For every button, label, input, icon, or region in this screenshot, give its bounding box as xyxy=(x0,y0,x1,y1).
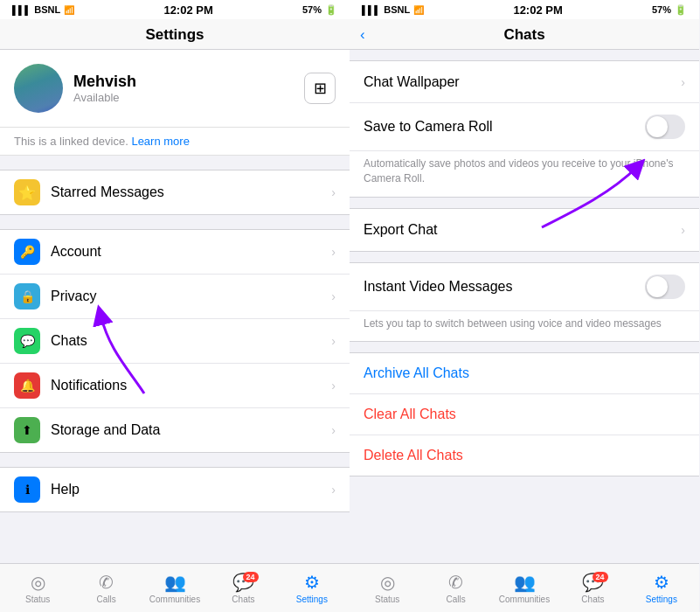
chats-content[interactable]: Chat Wallpaper › Save to Camera Roll Aut… xyxy=(350,50,699,612)
instant-video-row[interactable]: Instant Video Messages xyxy=(350,263,699,311)
nav-bar-left: Settings xyxy=(0,19,350,50)
time-left: 12:02 PM xyxy=(163,3,212,17)
profile-info: Mehvish Available xyxy=(73,73,294,104)
save-camera-roll-label: Save to Camera Roll xyxy=(364,119,645,135)
chevron-notifications: › xyxy=(331,379,336,393)
tab-chats-right[interactable]: 💬 Chats 24 xyxy=(558,572,627,604)
calls-tab-label-left: Calls xyxy=(96,595,115,604)
chats-badge-right: 24 xyxy=(593,572,608,582)
tab-bar-right: ◎ Status ✆ Calls 👥 Communities 💬 Chats 2… xyxy=(350,563,699,612)
profile-name: Mehvish xyxy=(73,73,294,91)
battery-icon-right: 🔋 xyxy=(675,4,687,16)
linked-device-bar: This is a linked device. Learn more xyxy=(0,128,350,156)
profile-section[interactable]: Mehvish Available ⊞ xyxy=(0,50,350,128)
tab-bar-left: ◎ Status ✆ Calls 👥 Communities 💬 Chats 2… xyxy=(0,563,350,612)
chats-tab-label-left: Chats xyxy=(232,595,254,604)
account-item[interactable]: 🔑 Account › xyxy=(0,230,350,275)
notifications-icon: 🔔 xyxy=(14,372,40,399)
calls-tab-icon-left: ✆ xyxy=(99,572,114,593)
account-icon: 🔑 xyxy=(14,239,40,265)
tab-communities-left[interactable]: 👥 Communities xyxy=(141,572,209,604)
settings-tab-icon-left: ⚙ xyxy=(304,572,320,593)
chats-tab-label-right: Chats xyxy=(581,595,604,604)
settings-scroll[interactable]: Mehvish Available ⊞ This is a linked dev… xyxy=(0,50,350,612)
chevron-account: › xyxy=(331,245,336,259)
signal-icon-right: ▌▌▌ xyxy=(362,5,380,15)
time-right: 12:02 PM xyxy=(513,3,562,17)
starred-label: Starred Messages xyxy=(51,184,331,200)
chats-badge-left: 24 xyxy=(243,572,259,582)
status-tab-icon-right: ◎ xyxy=(380,572,395,593)
tab-settings-left[interactable]: ⚙ Settings xyxy=(278,572,346,604)
save-camera-roll-row[interactable]: Save to Camera Roll xyxy=(350,103,699,151)
status-bar-left: ▌▌▌ BSNL 📶 12:02 PM 57% 🔋 xyxy=(0,0,350,19)
delete-all-row[interactable]: Delete All Chats xyxy=(350,435,699,476)
linked-device-text: This is a linked device. xyxy=(14,135,128,148)
avatar xyxy=(14,64,63,113)
help-item[interactable]: ℹ Help › xyxy=(0,468,350,511)
chevron-help: › xyxy=(331,483,336,497)
communities-tab-label-right: Communities xyxy=(499,595,550,604)
privacy-label: Privacy xyxy=(51,289,331,304)
chevron-export: › xyxy=(681,223,685,237)
starred-messages-item[interactable]: ⭐ Starred Messages › xyxy=(0,170,350,214)
privacy-item[interactable]: 🔒 Privacy › xyxy=(0,275,350,319)
settings-tab-icon-right: ⚙ xyxy=(654,572,669,593)
chats-label: Chats xyxy=(51,333,331,349)
chats-item[interactable]: 💬 Chats › xyxy=(0,319,350,364)
carrier-right: BSNL xyxy=(384,4,410,15)
clear-all-label: Clear All Chats xyxy=(364,407,456,421)
tab-status-left[interactable]: ◎ Status xyxy=(3,572,72,604)
chats-section-4: Archive All Chats Clear All Chats Delete… xyxy=(350,352,699,476)
account-label: Account xyxy=(51,244,331,260)
archive-all-row[interactable]: Archive All Chats xyxy=(350,353,699,394)
status-right-right: 57% 🔋 xyxy=(652,4,687,16)
instant-video-toggle[interactable] xyxy=(645,275,685,299)
nav-bar-right: ‹ Chats xyxy=(350,19,699,50)
communities-tab-icon-right: 👥 xyxy=(514,572,536,593)
instant-video-sub: Lets you tap to switch between using voi… xyxy=(350,311,699,342)
export-chat-label: Export Chat xyxy=(364,222,681,238)
clear-all-row[interactable]: Clear All Chats xyxy=(350,394,699,435)
battery-right: 57% xyxy=(652,4,671,15)
chat-wallpaper-row[interactable]: Chat Wallpaper › xyxy=(350,61,699,103)
help-icon: ℹ xyxy=(14,476,40,503)
status-left: ▌▌▌ BSNL 📶 xyxy=(12,4,74,15)
signal-icon: ▌▌▌ xyxy=(12,5,31,15)
qr-button[interactable]: ⊞ xyxy=(304,73,336,104)
chevron-privacy: › xyxy=(331,289,336,303)
save-camera-roll-toggle[interactable] xyxy=(645,115,685,139)
chevron-starred: › xyxy=(331,185,336,199)
chats-icon: 💬 xyxy=(14,328,40,354)
status-tab-label-left: Status xyxy=(25,595,50,604)
back-chevron: ‹ xyxy=(360,26,365,44)
storage-item[interactable]: ⬆ Storage and Data › xyxy=(0,408,350,452)
communities-tab-label-left: Communities xyxy=(149,595,200,604)
tab-settings-right[interactable]: ⚙ Settings xyxy=(627,572,696,604)
tab-status-right[interactable]: ◎ Status xyxy=(353,572,421,604)
status-tab-label-right: Status xyxy=(375,595,399,604)
chevron-chats: › xyxy=(331,334,336,348)
chats-section-3: Instant Video Messages Lets you tap to s… xyxy=(350,262,699,343)
notifications-item[interactable]: 🔔 Notifications › xyxy=(0,364,350,408)
learn-more-link[interactable]: Learn more xyxy=(131,135,189,148)
wifi-icon-right: 📶 xyxy=(413,5,424,15)
main-menu-group: 🔑 Account › 🔒 Privacy › 💬 Chats › 🔔 Noti… xyxy=(0,229,350,453)
tab-communities-right[interactable]: 👥 Communities xyxy=(490,572,558,604)
starred-icon: ⭐ xyxy=(14,179,40,205)
chats-settings-title: Chats xyxy=(503,26,544,44)
instant-video-label: Instant Video Messages xyxy=(364,279,645,295)
right-panel: ▌▌▌ BSNL 📶 12:02 PM 57% 🔋 ‹ Chats Chat W… xyxy=(350,0,699,612)
tab-chats-left[interactable]: 💬 Chats 24 xyxy=(209,572,277,604)
export-chat-row[interactable]: Export Chat › xyxy=(350,209,699,251)
privacy-icon: 🔒 xyxy=(14,283,40,309)
tab-calls-left[interactable]: ✆ Calls xyxy=(72,572,140,604)
avatar-inner xyxy=(14,64,63,113)
communities-tab-icon-left: 👥 xyxy=(164,572,186,593)
profile-status: Available xyxy=(73,91,294,104)
tab-calls-right[interactable]: ✆ Calls xyxy=(421,572,489,604)
starred-messages-group: ⭐ Starred Messages › xyxy=(0,170,350,215)
chevron-storage: › xyxy=(331,423,336,437)
settings-tab-label-right: Settings xyxy=(646,595,677,604)
back-button[interactable]: ‹ xyxy=(360,26,365,44)
